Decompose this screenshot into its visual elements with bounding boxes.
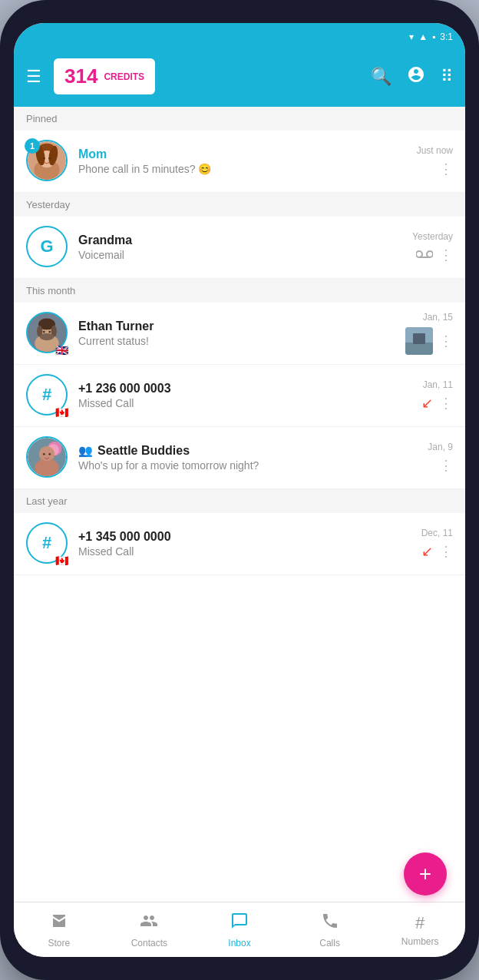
search-icon[interactable]: 🔍 [371, 67, 391, 87]
nav-contacts-label: Contacts [131, 938, 167, 949]
more-options-grandma[interactable]: ⋮ [439, 247, 453, 263]
conv-meta-grandma: Yesterday ⋮ [412, 231, 453, 263]
conv-time-mom: Just now [417, 145, 453, 156]
flag-phone1: 🇨🇦 [55, 406, 71, 417]
avatar-wrap-grandma: G [26, 226, 69, 269]
conv-item-ethan[interactable]: 🇬🇧 Ethan Turner Current status! Jan, 15 [14, 303, 465, 365]
status-bar: ▾ ▲ ▪ 3:1 [14, 23, 465, 51]
conv-name-grandma: Grandma [78, 233, 403, 247]
svg-point-19 [48, 331, 51, 333]
conv-info-phone1: +1 236 000 0003 Missed Call [69, 382, 421, 409]
conv-time-grandma: Yesterday [412, 231, 453, 242]
unread-badge-mom: 1 [25, 138, 40, 154]
app-header: ☰ 314 CREDITS 🔍 ⠿ [14, 51, 465, 107]
phone-shell: ▾ ▲ ▪ 3:1 ☰ 314 CREDITS 🔍 [0, 0, 479, 980]
credits-label: CREDITS [104, 71, 144, 82]
conv-actions-ethan: ⋮ [405, 327, 453, 355]
conv-item-seattle[interactable]: 👥 Seattle Buddies Who's up for a movie t… [14, 427, 465, 489]
inbox-nav-icon [230, 912, 249, 935]
credits-badge[interactable]: 314 CREDITS [54, 58, 155, 94]
conv-name-seattle: 👥 Seattle Buddies [78, 444, 418, 458]
status-icons: ▾ ▲ ▪ 3:1 [409, 31, 453, 42]
svg-point-18 [43, 331, 45, 333]
conv-preview-phone1: Missed Call [78, 397, 412, 409]
header-right: 🔍 ⠿ [371, 65, 453, 88]
conv-preview-ethan: Current status! [78, 335, 396, 347]
nav-store[interactable]: Store [14, 902, 104, 957]
conv-info-grandma: Grandma Voicemail [69, 233, 412, 261]
phone-screen: ▾ ▲ ▪ 3:1 ☰ 314 CREDITS 🔍 [14, 23, 465, 957]
signal-icon: ▲ [418, 31, 428, 42]
nav-store-label: Store [48, 938, 70, 949]
conv-time-seattle: Jan, 9 [428, 442, 453, 452]
svg-point-8 [416, 251, 422, 257]
conv-info-seattle: 👥 Seattle Buddies Who's up for a movie t… [69, 444, 428, 472]
svg-point-7 [48, 157, 51, 160]
nav-numbers-label: Numbers [401, 936, 439, 947]
nav-numbers[interactable]: # Numbers [375, 902, 465, 957]
conv-item-grandma[interactable]: G Grandma Voicemail Yesterday [14, 217, 465, 279]
more-options-mom[interactable]: ⋮ [439, 161, 453, 177]
time-display: 3:1 [440, 31, 453, 42]
contacts-icon[interactable] [407, 65, 425, 88]
credits-number: 314 [64, 65, 97, 88]
calls-nav-icon [321, 912, 339, 935]
conv-actions-grandma: ⋮ [416, 247, 453, 263]
conv-meta-phone2: Dec, 11 ↙ ⋮ [421, 528, 453, 560]
conv-info-mom: Mom Phone call in 5 minutes? 😊 [69, 147, 417, 175]
section-this-month: This month [14, 279, 465, 303]
nav-calls-label: Calls [319, 938, 340, 949]
conv-name-ethan: Ethan Turner [78, 319, 396, 333]
section-pinned: Pinned [14, 107, 465, 131]
numbers-nav-icon: # [415, 913, 424, 933]
keypad-icon[interactable]: ⠿ [441, 67, 453, 87]
battery-icon: ▪ [432, 31, 435, 42]
store-icon [50, 912, 68, 935]
svg-point-9 [427, 251, 433, 257]
conv-time-phone2: Dec, 11 [421, 528, 453, 538]
conv-meta-ethan: Jan, 15 ⋮ [405, 312, 453, 355]
voicemail-icon [416, 247, 433, 263]
svg-rect-21 [405, 343, 433, 355]
compose-fab[interactable]: + [404, 853, 447, 896]
nav-calls[interactable]: Calls [285, 902, 375, 957]
nav-inbox-label: Inbox [228, 938, 250, 949]
contacts-nav-icon [140, 912, 158, 935]
more-options-phone2[interactable]: ⋮ [439, 543, 453, 560]
more-options-seattle[interactable]: ⋮ [439, 457, 453, 474]
conv-name-phone2: +1 345 000 0000 [78, 530, 412, 544]
conv-actions-phone1: ↙ ⋮ [421, 395, 453, 412]
conv-time-ethan: Jan, 15 [423, 312, 453, 323]
section-yesterday: Yesterday [14, 193, 465, 217]
conv-meta-phone1: Jan, 11 ↙ ⋮ [421, 379, 453, 412]
conv-item-mom[interactable]: 1 Mom Phone call in 5 minutes? 😊 Just no… [14, 131, 465, 193]
conv-preview-seattle: Who's up for a movie tomorrow night? [78, 459, 418, 472]
conv-item-phone1[interactable]: # 🇨🇦 +1 236 000 0003 Missed Call Jan, 11… [14, 365, 465, 427]
missed-call-icon-2: ↙ [421, 543, 433, 560]
group-icon: 👥 [78, 444, 93, 458]
conv-name-mom: Mom [78, 147, 408, 161]
conv-meta-seattle: Jan, 9 ⋮ [428, 442, 453, 474]
bottom-nav: Store Contacts Inbox [14, 902, 465, 957]
nav-inbox[interactable]: Inbox [194, 902, 285, 957]
more-options-ethan[interactable]: ⋮ [439, 333, 453, 349]
content-area: Pinned [14, 107, 465, 902]
missed-call-icon-1: ↙ [421, 395, 433, 412]
more-options-phone1[interactable]: ⋮ [439, 395, 453, 412]
header-left: ☰ 314 CREDITS [26, 58, 155, 94]
conv-item-phone2[interactable]: # 🇨🇦 +1 345 000 0000 Missed Call Dec, 11… [14, 513, 465, 575]
svg-point-29 [43, 453, 45, 455]
avatar-seattle [26, 436, 68, 478]
conv-preview-grandma: Voicemail [78, 249, 403, 261]
svg-point-6 [43, 157, 45, 160]
section-last-year: Last year [14, 489, 465, 513]
conv-actions-phone2: ↙ ⋮ [421, 543, 453, 560]
conv-meta-mom: Just now ⋮ [417, 145, 453, 177]
nav-contacts[interactable]: Contacts [104, 902, 195, 957]
conv-info-ethan: Ethan Turner Current status! [69, 319, 405, 347]
conv-preview-mom: Phone call in 5 minutes? 😊 [78, 163, 408, 175]
menu-button[interactable]: ☰ [26, 67, 41, 87]
avatar-wrap-phone2: # 🇨🇦 [26, 522, 69, 565]
conv-name-phone1: +1 236 000 0003 [78, 382, 412, 396]
svg-rect-22 [413, 333, 425, 344]
